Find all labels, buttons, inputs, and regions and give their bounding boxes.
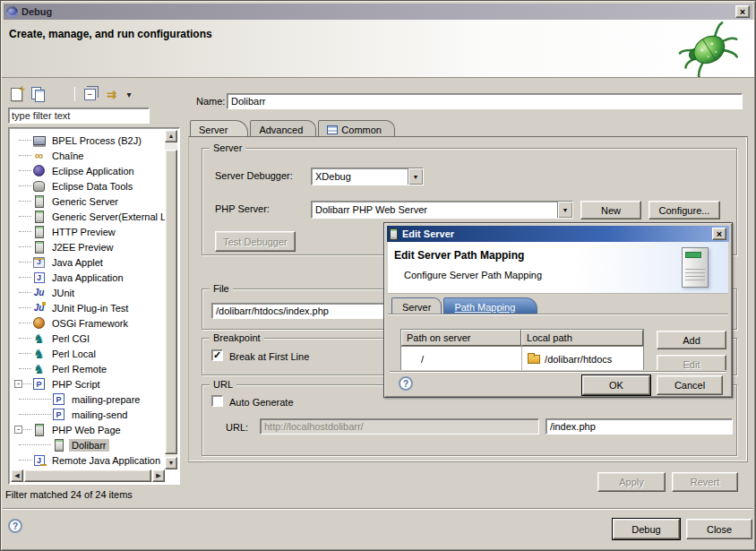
php-server-select[interactable]: Dolibarr PHP Web Server [311, 201, 573, 219]
tree-item-perl-cgi[interactable]: Perl CGI [11, 331, 165, 346]
tree-hscrollbar-thumb[interactable] [24, 469, 151, 482]
delete-config-icon[interactable] [51, 86, 68, 102]
window-close-button[interactable]: × [735, 5, 750, 18]
tree-item-eclipse-application[interactable]: Eclipse Application [11, 163, 165, 178]
tree-item-label: Dolibarr [69, 439, 109, 452]
tree-item-generic-server[interactable]: Generic Server [11, 194, 165, 209]
java-icon [32, 271, 46, 284]
tree-vscrollbar[interactable]: ▲ ▼ [165, 130, 177, 469]
tree-item-mailing-prepare[interactable]: mailing-prepare [11, 392, 165, 407]
dialog-separator [390, 371, 726, 373]
url-label: URL: [226, 422, 248, 433]
junit-plugin-icon [32, 301, 46, 314]
tree-item-eclipse-data-tools[interactable]: Eclipse Data Tools [11, 178, 165, 194]
new-server-button[interactable]: New [580, 201, 641, 220]
break-first-line-checkbox[interactable]: ✓ [211, 349, 223, 361]
tree-item-http-preview[interactable]: HTTP Preview [11, 224, 165, 239]
tab-common[interactable]: Common [318, 120, 395, 137]
server-icon [32, 423, 46, 436]
server-debugger-select[interactable]: XDebug [311, 168, 424, 185]
scroll-down-arrow[interactable]: ▼ [165, 457, 177, 469]
tree-indent [11, 452, 32, 468]
tree-item-label: Perl Local [49, 348, 99, 360]
url-path-input[interactable]: /index.php [546, 418, 733, 435]
database-icon [32, 179, 46, 193]
osgi-icon [32, 316, 46, 330]
column-header-local-path[interactable]: Local path [521, 330, 643, 346]
combo-arrow-icon[interactable] [557, 202, 572, 218]
tree-item-j2ee-preview[interactable]: J2EE Preview [11, 239, 165, 254]
tree-item-junit[interactable]: JUnit [11, 285, 165, 300]
scroll-right-arrow[interactable]: ▶ [152, 469, 165, 482]
add-mapping-button[interactable]: Add [657, 331, 726, 349]
tree-item-mailing-send[interactable]: mailing-send [11, 407, 165, 422]
test-debugger-button[interactable]: Test Debugger [215, 231, 296, 252]
tree-indent: - [11, 376, 32, 392]
apply-button[interactable]: Apply [597, 472, 666, 492]
tree-item-dolibarr[interactable]: Dolibarr [11, 437, 165, 452]
debug-button[interactable]: Debug [613, 519, 680, 539]
tree-vscrollbar-thumb[interactable] [165, 150, 177, 454]
dialog-tab-path-mapping[interactable]: Path Mapping [443, 297, 537, 314]
tree-item-java-application[interactable]: Java Application [11, 270, 165, 285]
tree-indent [11, 285, 32, 300]
auto-generate-checkbox[interactable] [211, 395, 223, 407]
filter-input[interactable]: type filter text [8, 108, 150, 124]
cancel-button[interactable]: Cancel [657, 375, 723, 395]
tree-item-perl-remote[interactable]: Perl Remote [11, 361, 165, 376]
tree-item-generic-server-external-la[interactable]: Generic Server(External La [11, 209, 165, 224]
duplicate-config-icon[interactable] [30, 86, 47, 102]
auto-generate-label: Auto Generate [229, 397, 294, 408]
path-mapping-body: //dolibarr/htdocs [401, 346, 643, 370]
help-icon[interactable]: ? [8, 519, 22, 533]
filter-config-icon[interactable] [103, 86, 120, 102]
tree-item-label: Remote Java Application [49, 454, 163, 467]
tree-item-cha-ne[interactable]: Chaîne [11, 148, 165, 163]
ok-button[interactable]: OK [582, 375, 650, 395]
tree-item-php-web-page[interactable]: -PHP Web Page [11, 422, 165, 437]
combo-arrow-icon[interactable] [408, 168, 423, 185]
debug-window: Debug × Create, manage, and run configur… [0, 0, 756, 551]
collapse-expander-icon[interactable]: - [14, 426, 22, 434]
dialog-close-button[interactable]: × [712, 228, 726, 240]
server-icon [32, 240, 46, 254]
tree-indent [11, 178, 32, 194]
dialog-help-icon[interactable]: ? [399, 376, 413, 391]
chain-icon [32, 149, 46, 162]
edit-mapping-button[interactable]: Edit [657, 355, 726, 370]
scroll-left-arrow[interactable]: ◀ [11, 469, 23, 482]
column-header-path-on-server[interactable]: Path on server [401, 330, 521, 346]
scroll-up-arrow[interactable]: ▲ [165, 130, 177, 142]
tree-item-label: PHP Web Page [49, 424, 124, 436]
tree-item-label: JUnit Plug-in Test [49, 302, 131, 314]
tab-advanced[interactable]: Advanced [250, 120, 316, 137]
tree-item-osgi-framework[interactable]: OSGi Framework [11, 315, 165, 331]
tree-item-perl-local[interactable]: Perl Local [11, 346, 165, 361]
close-button[interactable]: Close [686, 519, 752, 539]
configure-server-button[interactable]: Configure... [649, 201, 720, 220]
tree-item-label: JUnit [49, 287, 77, 299]
new-config-icon[interactable] [8, 86, 25, 102]
server-icon [32, 194, 46, 208]
tree-item-remote-java-application[interactable]: Remote Java Application [11, 452, 165, 468]
tree-item-java-applet[interactable]: Java Applet [11, 254, 165, 270]
revert-button[interactable]: Revert [672, 472, 738, 492]
tab-label: Server [199, 125, 228, 135]
server-debugger-label: Server Debugger: [215, 170, 293, 181]
perl-icon [32, 347, 46, 360]
collapse-all-icon[interactable] [82, 86, 99, 102]
tree-item-junit-plug-in-test[interactable]: JUnit Plug-in Test [11, 300, 165, 315]
tab-server[interactable]: Server [190, 120, 248, 137]
footer-separator [3, 508, 753, 510]
tree-item-php-script[interactable]: -PHP Script [11, 376, 165, 392]
php-server-label: PHP Server: [215, 203, 270, 214]
tree-item-bpel-process-b2j[interactable]: BPEL Process (B2J) [11, 133, 165, 148]
dialog-tab-server[interactable]: Server [391, 297, 442, 314]
launch-tree: BPEL Process (B2J)ChaîneEclipse Applicat… [8, 127, 180, 485]
tree-item-label: mailing-send [69, 409, 130, 421]
mapping-row[interactable]: //dolibarr/htdocs [401, 346, 643, 370]
menu-caret-icon[interactable] [125, 86, 133, 102]
name-input[interactable]: Dolibarr [227, 93, 743, 109]
tree-hscrollbar[interactable]: ◀ ▶ [11, 469, 165, 482]
collapse-expander-icon[interactable]: - [14, 380, 22, 388]
